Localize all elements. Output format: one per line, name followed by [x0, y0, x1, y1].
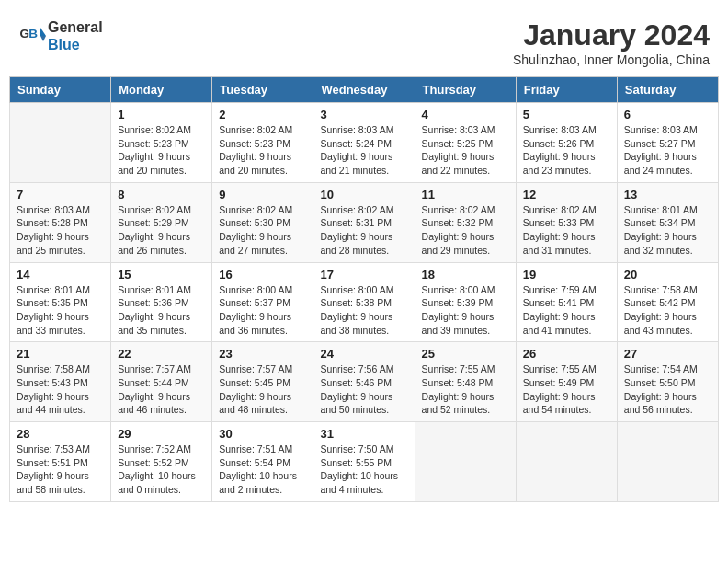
cell-info: Sunrise: 8:02 AMSunset: 5:29 PMDaylight:… — [118, 203, 205, 258]
cell-line: and 20 minutes. — [118, 165, 187, 176]
cell-line: Sunrise: 8:02 AM — [422, 204, 495, 215]
svg-text:B: B — [28, 27, 38, 40]
cell-line: Daylight: 9 hours — [219, 151, 291, 162]
day-number: 17 — [320, 268, 407, 282]
day-number: 26 — [523, 347, 610, 361]
calendar-cell: 20Sunrise: 7:58 AMSunset: 5:42 PMDayligh… — [617, 262, 718, 342]
cell-line: Daylight: 9 hours — [17, 231, 89, 242]
cell-info: Sunrise: 7:58 AMSunset: 5:43 PMDaylight:… — [17, 362, 104, 417]
cell-line: and 54 minutes. — [523, 404, 592, 415]
day-number: 22 — [118, 347, 205, 361]
cell-line: Sunset: 5:23 PM — [118, 138, 189, 149]
cell-info: Sunrise: 8:02 AMSunset: 5:33 PMDaylight:… — [523, 203, 610, 258]
cell-line: Daylight: 10 hours — [118, 470, 196, 481]
cell-line: and 56 minutes. — [624, 404, 693, 415]
cell-line: Daylight: 9 hours — [624, 231, 697, 242]
cell-info: Sunrise: 8:02 AMSunset: 5:30 PMDaylight:… — [219, 203, 306, 258]
cell-info: Sunrise: 8:03 AMSunset: 5:28 PMDaylight:… — [17, 203, 104, 258]
calendar-cell: 21Sunrise: 7:58 AMSunset: 5:43 PMDayligh… — [10, 342, 111, 422]
logo-text: GeneralBlue — [48, 18, 103, 53]
calendar-table: SundayMondayTuesdayWednesdayThursdayFrid… — [9, 76, 719, 502]
cell-line: Daylight: 9 hours — [523, 151, 596, 162]
cell-line: Sunset: 5:54 PM — [219, 457, 290, 468]
cell-line: and 41 minutes. — [523, 325, 592, 336]
cell-line: and 36 minutes. — [219, 325, 288, 336]
cell-line: and 23 minutes. — [523, 165, 592, 176]
cell-line: and 58 minutes. — [17, 484, 85, 495]
cell-info: Sunrise: 8:02 AMSunset: 5:23 PMDaylight:… — [219, 123, 306, 178]
calendar-cell: 5Sunrise: 8:03 AMSunset: 5:26 PMDaylight… — [516, 103, 617, 183]
col-header-saturday: Saturday — [617, 77, 718, 103]
cell-line: Sunrise: 7:51 AM — [219, 443, 292, 454]
cell-line: Sunrise: 7:55 AM — [523, 363, 597, 374]
day-number: 11 — [422, 188, 509, 201]
location-title: Shulinzhao, Inner Mongolia, China — [513, 52, 710, 67]
cell-info: Sunrise: 8:03 AMSunset: 5:24 PMDaylight:… — [320, 123, 407, 178]
cell-line: Sunset: 5:48 PM — [422, 377, 494, 388]
cell-line: Daylight: 9 hours — [523, 391, 596, 402]
day-number: 4 — [422, 108, 509, 121]
cell-line: Sunrise: 8:01 AM — [17, 284, 90, 295]
cell-line: Sunrise: 7:53 AM — [17, 443, 90, 454]
cell-line: Sunset: 5:31 PM — [320, 217, 392, 228]
cell-line: Daylight: 9 hours — [320, 151, 392, 162]
cell-line: Sunrise: 8:03 AM — [523, 124, 597, 135]
calendar-cell — [10, 103, 111, 183]
cell-info: Sunrise: 8:01 AMSunset: 5:35 PMDaylight:… — [17, 283, 104, 338]
day-number: 8 — [118, 188, 205, 201]
cell-line: Sunset: 5:52 PM — [118, 457, 189, 468]
cell-line: Sunrise: 8:02 AM — [219, 124, 292, 135]
calendar-week-row: 28Sunrise: 7:53 AMSunset: 5:51 PMDayligh… — [10, 422, 719, 502]
cell-line: Daylight: 9 hours — [219, 311, 291, 322]
calendar-cell: 6Sunrise: 8:03 AMSunset: 5:27 PMDaylight… — [617, 103, 718, 183]
cell-line: Sunset: 5:44 PM — [118, 377, 189, 388]
cell-line: Sunset: 5:49 PM — [523, 377, 595, 388]
calendar-cell: 27Sunrise: 7:54 AMSunset: 5:50 PMDayligh… — [617, 342, 718, 422]
calendar-cell: 24Sunrise: 7:56 AMSunset: 5:46 PMDayligh… — [313, 342, 415, 422]
calendar-cell: 16Sunrise: 8:00 AMSunset: 5:37 PMDayligh… — [212, 262, 313, 342]
day-number: 28 — [17, 427, 104, 441]
cell-line: Sunrise: 8:03 AM — [422, 124, 495, 135]
calendar-cell: 25Sunrise: 7:55 AMSunset: 5:48 PMDayligh… — [415, 342, 516, 422]
cell-line: and 48 minutes. — [219, 404, 288, 415]
cell-line: and 50 minutes. — [320, 404, 389, 415]
calendar-week-row: 1Sunrise: 8:02 AMSunset: 5:23 PMDaylight… — [10, 103, 719, 183]
calendar-cell: 22Sunrise: 7:57 AMSunset: 5:44 PMDayligh… — [111, 342, 212, 422]
calendar-cell: 13Sunrise: 8:01 AMSunset: 5:34 PMDayligh… — [617, 182, 718, 262]
col-header-friday: Friday — [516, 77, 617, 103]
cell-info: Sunrise: 8:03 AMSunset: 5:26 PMDaylight:… — [523, 123, 610, 178]
cell-line: Sunset: 5:34 PM — [624, 217, 696, 228]
cell-line: and 52 minutes. — [422, 404, 491, 415]
cell-line: Sunset: 5:38 PM — [320, 297, 392, 308]
svg-text:G: G — [20, 27, 30, 40]
calendar-cell: 3Sunrise: 8:03 AMSunset: 5:24 PMDaylight… — [313, 103, 415, 183]
cell-line: Sunrise: 8:01 AM — [624, 204, 698, 215]
cell-line: and 20 minutes. — [219, 165, 288, 176]
cell-info: Sunrise: 7:57 AMSunset: 5:45 PMDaylight:… — [219, 362, 306, 417]
calendar-cell: 9Sunrise: 8:02 AMSunset: 5:30 PMDaylight… — [212, 182, 313, 262]
day-number: 27 — [624, 347, 711, 361]
cell-line: Sunset: 5:50 PM — [624, 377, 696, 388]
col-header-tuesday: Tuesday — [212, 77, 313, 103]
day-number: 30 — [219, 427, 306, 441]
cell-line: and 46 minutes. — [118, 404, 187, 415]
calendar-cell: 29Sunrise: 7:52 AMSunset: 5:52 PMDayligh… — [111, 422, 212, 502]
cell-line: Daylight: 9 hours — [422, 151, 495, 162]
cell-line: Daylight: 10 hours — [320, 470, 398, 481]
cell-line: Sunset: 5:37 PM — [219, 297, 290, 308]
logo-icon: G B — [18, 22, 46, 50]
cell-info: Sunrise: 8:02 AMSunset: 5:23 PMDaylight:… — [118, 123, 205, 178]
calendar-cell: 30Sunrise: 7:51 AMSunset: 5:54 PMDayligh… — [212, 422, 313, 502]
col-header-wednesday: Wednesday — [313, 77, 415, 103]
day-number: 25 — [422, 347, 509, 361]
calendar-week-row: 14Sunrise: 8:01 AMSunset: 5:35 PMDayligh… — [10, 262, 719, 342]
cell-line: Sunrise: 8:02 AM — [320, 204, 393, 215]
cell-line: Sunrise: 8:02 AM — [118, 204, 191, 215]
cell-line: and 24 minutes. — [624, 165, 693, 176]
cell-line: Sunset: 5:25 PM — [422, 138, 494, 149]
day-number: 2 — [219, 108, 306, 121]
cell-line: Sunrise: 7:57 AM — [219, 363, 292, 374]
cell-line: Daylight: 9 hours — [624, 311, 697, 322]
cell-line: Sunset: 5:23 PM — [219, 138, 290, 149]
cell-line: Daylight: 9 hours — [118, 231, 190, 242]
